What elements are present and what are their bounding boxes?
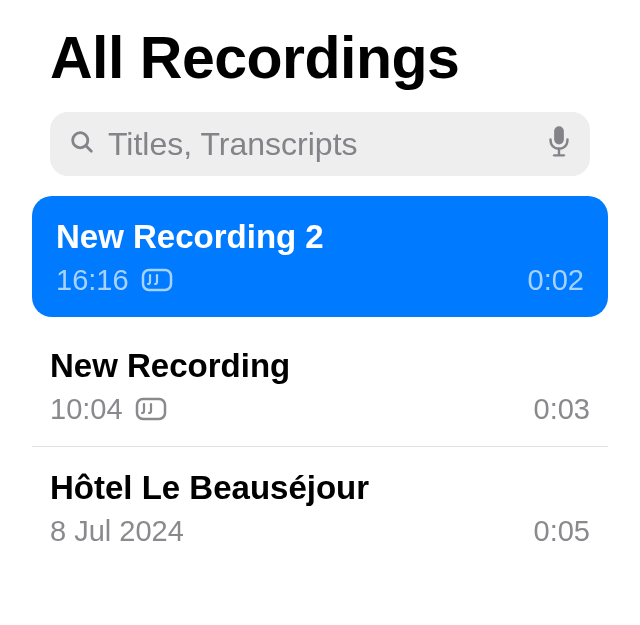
spacer xyxy=(0,317,640,325)
page-header: All Recordings xyxy=(0,0,640,108)
recording-title: New Recording 2 xyxy=(56,218,584,256)
search-icon xyxy=(68,128,96,160)
transcript-icon xyxy=(135,397,167,423)
svg-rect-2 xyxy=(554,126,564,144)
recording-title: New Recording xyxy=(50,347,590,385)
recording-title: Hôtel Le Beauséjour xyxy=(50,469,590,507)
recording-meta: 16:16 0:02 xyxy=(56,264,584,297)
svg-point-6 xyxy=(148,274,150,276)
recording-item[interactable]: New Recording 2 16:16 0:02 xyxy=(32,196,608,317)
recording-meta-left: 16:16 xyxy=(56,264,173,297)
search-input[interactable] xyxy=(108,126,538,163)
recording-meta-left: 8 Jul 2024 xyxy=(50,515,184,548)
recording-item[interactable]: New Recording 10:04 0:03 xyxy=(32,325,608,447)
recording-duration: 0:02 xyxy=(528,264,584,297)
recording-duration: 0:03 xyxy=(534,393,590,426)
recording-time: 16:16 xyxy=(56,264,129,297)
search-bar[interactable] xyxy=(50,112,590,176)
recordings-list: New Recording 2 16:16 0:02 New Recording xyxy=(0,196,640,568)
recording-item[interactable]: Hôtel Le Beauséjour 8 Jul 2024 0:05 xyxy=(32,447,608,568)
svg-point-9 xyxy=(142,403,144,405)
recording-meta: 8 Jul 2024 0:05 xyxy=(50,515,590,548)
recording-time: 8 Jul 2024 xyxy=(50,515,184,548)
svg-point-7 xyxy=(155,274,157,276)
recording-meta-left: 10:04 xyxy=(50,393,167,426)
recording-meta: 10:04 0:03 xyxy=(50,393,590,426)
recording-time: 10:04 xyxy=(50,393,123,426)
microphone-icon[interactable] xyxy=(546,125,572,163)
transcript-icon xyxy=(141,268,173,294)
page-title: All Recordings xyxy=(50,24,590,92)
svg-point-10 xyxy=(149,403,151,405)
svg-line-1 xyxy=(86,146,91,151)
recording-duration: 0:05 xyxy=(534,515,590,548)
